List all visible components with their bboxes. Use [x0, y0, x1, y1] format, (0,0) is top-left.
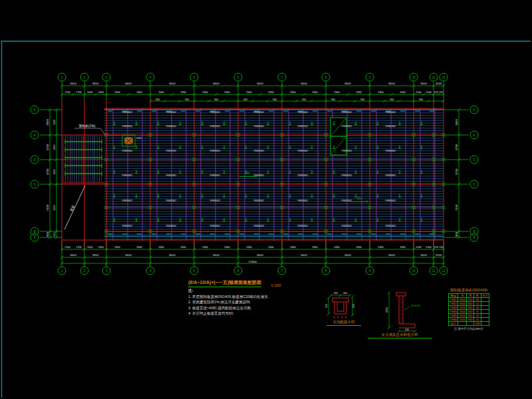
- svg-text:YKB3362: YKB3362: [341, 111, 352, 114]
- svg-text:1500: 1500: [416, 91, 421, 94]
- svg-text:1700: 1700: [76, 91, 81, 94]
- svg-text:F: F: [34, 108, 36, 112]
- svg-text:YKB3062: YKB3062: [209, 200, 220, 202]
- svg-text:3800: 3800: [46, 119, 49, 126]
- svg-text:57400: 57400: [249, 260, 257, 263]
- svg-text:YKB3062: YKB3062: [341, 174, 352, 177]
- svg-text:900: 900: [419, 98, 423, 101]
- svg-text:3300: 3300: [246, 246, 251, 249]
- svg-text:3300: 3300: [268, 246, 273, 249]
- svg-text:10: 10: [412, 76, 416, 79]
- table-cell: 3300: [458, 306, 467, 310]
- svg-text:YKB3662: YKB3662: [341, 225, 352, 227]
- svg-text:YKB3962: YKB3962: [253, 200, 264, 202]
- svg-text:120: 120: [352, 304, 355, 308]
- svg-text:YKB3962: YKB3962: [385, 174, 396, 177]
- svg-text:1700: 1700: [65, 91, 70, 94]
- beam-labels: YKB3662YKB3362YKB3062YKB3962YKB3662YKB33…: [122, 111, 396, 227]
- svg-text:8: 8: [325, 76, 327, 79]
- svg-text:6600: 6600: [388, 253, 395, 257]
- svg-text:1650: 1650: [98, 91, 104, 94]
- detail2-caption: 女儿墙及泛水构造大样: [368, 332, 432, 338]
- svg-text:C: C: [33, 183, 36, 186]
- svg-text:7100: 7100: [46, 204, 49, 211]
- svg-text:3400: 3400: [70, 253, 76, 257]
- svg-text:YKB3062: YKB3062: [122, 150, 132, 152]
- svg-text:3300: 3300: [312, 91, 317, 94]
- svg-text:750: 750: [434, 91, 438, 94]
- table-cell: 600: [467, 302, 474, 306]
- svg-text:3300: 3300: [158, 246, 164, 249]
- svg-text:12: 12: [442, 269, 446, 273]
- svg-text:3700: 3700: [455, 144, 458, 150]
- svg-text:6600: 6600: [257, 253, 263, 257]
- svg-text:3800: 3800: [455, 119, 458, 126]
- note-line: 1. 本层预制板选用05G409,板缝用C20细石砼灌实.: [188, 294, 301, 300]
- svg-text:6600: 6600: [301, 82, 307, 85]
- table: 板号长宽数备注YKB1660090084YKB2660060012YKB3330…: [448, 293, 489, 326]
- svg-text:450: 450: [53, 233, 56, 237]
- svg-text:5: 5: [194, 76, 196, 79]
- svg-text:YKB3362: YKB3362: [341, 200, 352, 202]
- svg-text:1850: 1850: [53, 170, 56, 175]
- notes-heading: 注:: [188, 288, 301, 294]
- svg-text:3300: 3300: [92, 82, 99, 85]
- svg-text:11: 11: [432, 269, 436, 273]
- svg-text:B: B: [33, 230, 35, 233]
- svg-text:3300: 3300: [158, 91, 164, 94]
- svg-text:900: 900: [360, 98, 364, 101]
- svg-text:3700: 3700: [46, 144, 49, 150]
- svg-text:7: 7: [281, 269, 283, 273]
- svg-text:4: 4: [150, 76, 152, 79]
- table-cell: 3300: [458, 310, 467, 314]
- svg-text:3300: 3300: [378, 91, 383, 94]
- svg-text:1700: 1700: [76, 246, 81, 249]
- svg-text:B: B: [473, 230, 475, 233]
- svg-text:1500: 1500: [416, 246, 421, 249]
- svg-text:YKB3662: YKB3662: [166, 225, 176, 227]
- table-cell: YKB3: [449, 306, 458, 310]
- svg-text:3300: 3300: [202, 91, 207, 94]
- svg-text:6600: 6600: [125, 253, 132, 257]
- svg-text:3300: 3300: [202, 246, 207, 249]
- svg-text:3300: 3300: [114, 246, 120, 249]
- svg-text:6600: 6600: [257, 82, 263, 85]
- svg-text:E: E: [33, 134, 35, 137]
- svg-text:750: 750: [439, 91, 443, 94]
- svg-text:750: 750: [439, 246, 443, 249]
- table-cell: YKB1: [449, 298, 458, 302]
- svg-text:9: 9: [369, 76, 371, 79]
- svg-text:2: 2: [84, 269, 86, 273]
- table-cell: YKB6: [449, 318, 458, 322]
- table-cell: 3000: [458, 314, 467, 318]
- svg-text:750: 750: [434, 246, 438, 249]
- svg-text:C: C: [473, 183, 475, 186]
- table-cell: 900: [467, 318, 474, 322]
- svg-text:1500: 1500: [426, 246, 431, 249]
- svg-text:1200: 1200: [386, 307, 388, 313]
- table-cell: YKB4: [449, 310, 458, 314]
- notes-block: 注: 1. 本层预制板选用05G409,板缝用C20细石砼灌实. 2. 屋面建筑…: [188, 288, 301, 317]
- table-cell: 6600: [458, 302, 467, 306]
- svg-text:7100: 7100: [455, 204, 458, 211]
- svg-text:3300: 3300: [378, 246, 383, 249]
- svg-text:6600: 6600: [213, 253, 219, 257]
- svg-text:3300: 3300: [334, 246, 339, 249]
- svg-text:300: 300: [343, 292, 347, 295]
- svg-text:YKB3962: YKB3962: [209, 174, 220, 177]
- table-cell: 6600: [458, 298, 467, 302]
- svg-text:6600: 6600: [169, 253, 176, 257]
- svg-text:900: 900: [273, 98, 277, 101]
- svg-text:3300: 3300: [400, 91, 405, 94]
- table-cell: 600: [467, 310, 474, 314]
- svg-text:Φ6@200: Φ6@200: [411, 305, 420, 307]
- svg-text:250: 250: [325, 304, 328, 308]
- svg-text:3300: 3300: [334, 91, 339, 94]
- svg-text:3000: 3000: [420, 253, 427, 257]
- svg-text:1500: 1500: [436, 82, 442, 85]
- svg-text:3300: 3300: [356, 91, 361, 94]
- svg-text:D: D: [473, 158, 475, 162]
- svg-text:6600: 6600: [125, 82, 132, 85]
- svg-text:6600: 6600: [213, 82, 219, 85]
- svg-text:YKB3662: YKB3662: [166, 125, 176, 128]
